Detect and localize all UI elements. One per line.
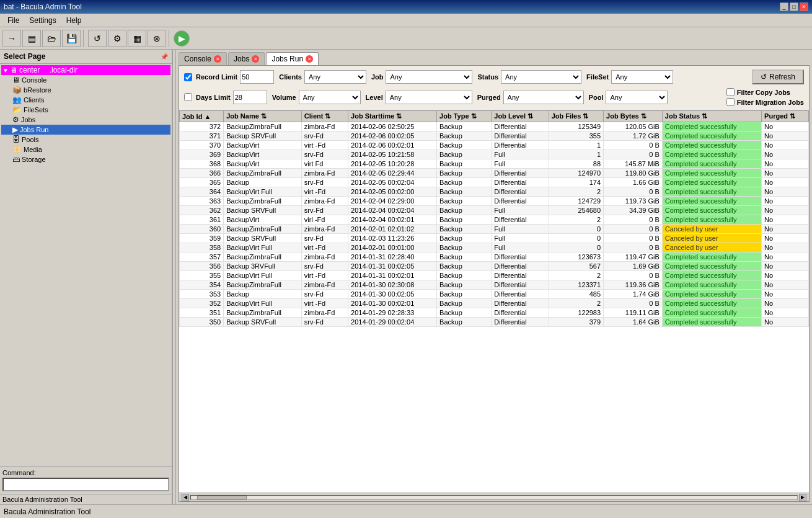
purged-select[interactable]: Any	[503, 91, 584, 104]
cell-type: Backup	[437, 197, 492, 206]
days-limit-checkbox[interactable]	[184, 93, 192, 101]
sidebar-item-jobs[interactable]: ⚙ Jobs	[1, 115, 170, 125]
stop-toolbar-btn[interactable]: ⊗	[148, 30, 166, 47]
arrow-toolbar-btn[interactable]: →	[2, 30, 21, 47]
col-purged[interactable]: Purged ⇅	[762, 111, 809, 122]
table-row[interactable]: 362 Backup SRVFull srv-Fd 2014-02-04 00:…	[180, 206, 809, 215]
col-starttime[interactable]: Job Starttime ⇅	[348, 111, 437, 122]
folder-toolbar-btn[interactable]: 🗁	[42, 30, 61, 47]
record-limit-checkbox[interactable]	[184, 73, 192, 81]
filter-copy-label: Filter Copy Jobs	[737, 89, 790, 96]
tab-jobs-run[interactable]: Jobs Run ✕	[266, 52, 319, 65]
col-job-name[interactable]: Job Name ⇅	[224, 111, 302, 122]
sidebar-item-console[interactable]: 🖥 Console	[1, 75, 170, 85]
filter-copy-checkbox[interactable]	[726, 88, 735, 96]
job-select[interactable]: Any	[386, 70, 472, 84]
table-row[interactable]: 355 BackupVirt Full virt -Fd 2014-01-31 …	[180, 271, 809, 280]
tab-console[interactable]: Console ✕	[179, 52, 227, 65]
cell-status: Completed successfully	[662, 290, 761, 299]
close-button[interactable]: ✕	[800, 2, 808, 11]
jobs-icon: ⚙	[12, 115, 19, 124]
fileset-select[interactable]: Any	[611, 70, 673, 84]
sidebar-item-brestore[interactable]: 📦 bRestore	[1, 85, 170, 95]
tab-jobs-close[interactable]: ✕	[252, 55, 259, 63]
col-type[interactable]: Job Type ⇅	[437, 111, 492, 122]
reload-toolbar-btn[interactable]: ↺	[88, 30, 107, 47]
hscroll-thumb[interactable]	[197, 496, 247, 499]
hscroll-track[interactable]	[190, 495, 798, 500]
jobs-run-icon: ▶	[12, 125, 18, 134]
record-limit-input[interactable]	[240, 70, 274, 84]
cell-name: BackupZimbraFull	[224, 280, 302, 290]
table-row[interactable]: 353 Backup srv-Fd 2014-01-30 00:02:05 Ba…	[180, 290, 809, 299]
record-limit-group: Record Limit	[184, 70, 274, 84]
table-row[interactable]: 365 Backup srv-Fd 2014-02-05 00:02:04 Ba…	[180, 178, 809, 187]
tab-jobs-run-close[interactable]: ✕	[306, 55, 313, 63]
sidebar-pin-icon[interactable]: 📌	[161, 53, 168, 60]
table-row[interactable]: 357 BackupZimbraFull zimbra-Fd 2014-01-3…	[180, 252, 809, 262]
cell-client: zimbra-Fd	[301, 169, 348, 178]
table-row[interactable]: 352 BackupVirt Full virt -Fd 2014-01-30 …	[180, 299, 809, 308]
table-row[interactable]: 356 Backup 3RVFull srv-Fd 2014-01-31 00:…	[180, 262, 809, 271]
table-row[interactable]: 364 BackupVirt Full virt -Fd 2014-02-05 …	[180, 187, 809, 197]
table-row[interactable]: 368 BackupVirt virt Fd 2014-02-05 10:20:…	[180, 159, 809, 169]
command-input[interactable]	[2, 478, 169, 491]
tab-console-close[interactable]: ✕	[214, 55, 221, 63]
tab-jobs[interactable]: Jobs ✕	[228, 52, 265, 65]
table-row[interactable]: 363 BackupZimbraFull zimbra-Fd 2014-02-0…	[180, 197, 809, 206]
cell-id: 372	[180, 122, 224, 132]
table-row[interactable]: 354 BackupZimbraFull zimbra-Fd 2014-01-3…	[180, 280, 809, 290]
sidebar-item-clients[interactable]: 👥 Clients	[1, 95, 170, 105]
settings-toolbar-btn[interactable]: ⚙	[108, 30, 126, 47]
menu-help[interactable]: Help	[61, 15, 87, 26]
sidebar-item-media[interactable]: 📀 Media	[1, 145, 170, 154]
menu-settings[interactable]: Settings	[24, 15, 61, 26]
cell-bytes: 0 B	[604, 243, 663, 252]
col-client[interactable]: Client ⇅	[301, 111, 348, 122]
refresh-button[interactable]: ↺ Refresh	[752, 69, 804, 84]
table-row[interactable]: 359 Backup SRVFull srv-Fd 2014-02-03 11:…	[180, 234, 809, 243]
sidebar-item-pools[interactable]: 🗄 Pools	[1, 135, 170, 145]
table-row[interactable]: 361 BackupVirt virl -Fd 2014-02-04 00:02…	[180, 215, 809, 225]
col-files[interactable]: Job Files ⇅	[549, 111, 603, 122]
document-toolbar-btn[interactable]: ▤	[22, 30, 41, 47]
cell-client: srv-Fd	[301, 262, 348, 271]
scroll-right-arrow[interactable]: ▶	[799, 494, 806, 501]
sidebar-item-jobs-run[interactable]: ▶ Jobs Run	[1, 125, 170, 135]
table-row[interactable]: 360 BackupZimbraFull zimbra-Fd 2014-02-0…	[180, 225, 809, 234]
col-status[interactable]: Job Status ⇅	[662, 111, 761, 122]
sidebar: Select Page 📌 ▼ 🖥 center .local-dir 🖥 Co…	[0, 50, 172, 504]
cell-files: 124970	[549, 169, 603, 178]
cell-bytes: 34.39 GiB	[604, 206, 663, 215]
col-level[interactable]: Job Level ⇅	[492, 111, 549, 122]
pool-select[interactable]: Any	[606, 91, 668, 104]
status-select[interactable]: Any	[501, 70, 581, 84]
table-row[interactable]: 358 BackupVirt Full virt -Fd 2014-02-01 …	[180, 243, 809, 252]
scroll-left-arrow[interactable]: ◀	[182, 494, 189, 501]
days-limit-input[interactable]	[233, 91, 267, 104]
level-select[interactable]: Any	[386, 91, 472, 104]
maximize-button[interactable]: □	[790, 2, 798, 11]
tree-root[interactable]: ▼ 🖥 center .local-dir	[1, 65, 170, 75]
table-row[interactable]: 370 BackupVirt virt -Fd 2014-02-06 00:02…	[180, 141, 809, 150]
table-row[interactable]: 366 BackupZimbraFull zimbra-Fd 2014-02-0…	[180, 169, 809, 178]
save-toolbar-btn[interactable]: 💾	[62, 30, 81, 47]
col-bytes[interactable]: Job Bytes ⇅	[604, 111, 663, 122]
filter-check-area: Filter Copy Jobs Filter Migration Jobs	[726, 88, 804, 106]
cell-files: 2	[549, 187, 603, 197]
clients-select[interactable]: Any	[304, 70, 366, 84]
table-row[interactable]: 372 BackupZimbraFull zimbra-Fd 2014-02-0…	[180, 122, 809, 132]
col-job-id[interactable]: Job Id ▲	[180, 111, 224, 122]
table-row[interactable]: 350 Backup SRVFull srv-Fd 2014-01-29 00:…	[180, 318, 809, 327]
volume-select[interactable]: Any	[299, 91, 361, 104]
table-row[interactable]: 351 BackupZimbraFull zimbra-Fd 2014-01-2…	[180, 308, 809, 318]
minimize-button[interactable]: _	[780, 2, 788, 11]
menu-file[interactable]: File	[2, 15, 24, 26]
filter-migration-checkbox[interactable]	[726, 98, 735, 106]
sidebar-item-storage[interactable]: 🗃 Storage	[1, 154, 170, 164]
sidebar-item-filesets[interactable]: 📂 FileSets	[1, 105, 170, 115]
run-toolbar-btn[interactable]: ▶	[174, 30, 190, 47]
table-row[interactable]: 369 BackupVirt srv-Fd 2014-02-05 10:21:5…	[180, 150, 809, 159]
table-row[interactable]: 371 Backup SRVFull srv-Fd 2014-02-06 00:…	[180, 132, 809, 141]
media-toolbar-btn[interactable]: ▦	[128, 30, 146, 47]
